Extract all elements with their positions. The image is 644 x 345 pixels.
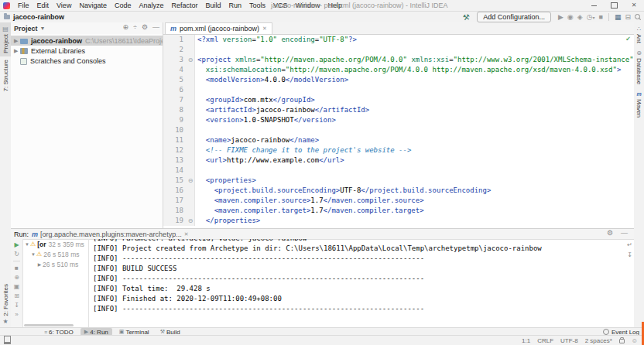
minimize-button[interactable] — [584, 0, 604, 11]
toolwindow-button-ant[interactable]: ∴Ant — [635, 22, 642, 46]
window-layout-icon[interactable]: ⊟ — [625, 13, 631, 21]
hide-panel-icon[interactable]: — — [152, 23, 159, 31]
add-configuration-button[interactable]: Add Configuration... — [477, 12, 551, 22]
line-number: 19 — [163, 216, 187, 226]
run-tree-node[interactable]: ▼⚠[or32 s 359 ms — [22, 239, 87, 249]
line-number: 16 — [163, 186, 187, 196]
project-structure-icon[interactable]: ▦ — [615, 13, 622, 21]
warning-icon: ⚠ — [36, 251, 42, 258]
code-line: 8 <artifactId>jacoco-rainbow</artifactId… — [163, 105, 634, 115]
code-line: 10 — [163, 125, 634, 135]
tree-item-scratches-and-consoles[interactable]: Scratches and Consoles — [11, 56, 163, 66]
run-icon[interactable]: ▶ — [558, 13, 564, 21]
status-items: 1:1CRLFUTF-82 spaces* — [515, 337, 612, 344]
code-editor-area[interactable]: 1<?xml version="1.0" encoding="UTF-8"?>2… — [163, 35, 634, 228]
intellij-window: FileEditViewNavigateCodeAnalyzeRefactorB… — [0, 0, 644, 345]
stop-button[interactable]: ■ — [15, 265, 19, 272]
tree-item-external-libraries[interactable]: ▶External Libraries — [11, 46, 163, 56]
horizontal-scrollbar[interactable] — [24, 324, 74, 326]
rerun-button[interactable]: ▶ — [14, 241, 19, 248]
run-tab-label: [org.apache.maven.plugins:maven-archetyp… — [40, 231, 182, 238]
chevron-right-icon[interactable]: ▶ — [36, 261, 43, 267]
maximize-button[interactable] — [604, 0, 624, 11]
hector-inspection-icon[interactable]: ☺ — [632, 337, 638, 344]
expand-all-button[interactable]: ⊞ — [14, 292, 19, 299]
gear-icon[interactable]: ⚙ — [607, 229, 613, 237]
code-line: 5 <modelVersion>4.0.0</modelVersion> — [163, 75, 634, 85]
toolwindow-button-2-favorites[interactable]: 2: Favorites★ — [2, 281, 9, 328]
project-panel-title[interactable]: Project — [14, 25, 38, 32]
run-tree-node[interactable]: ▼⚠26 s 518 ms — [22, 249, 87, 259]
menu-navigate[interactable]: Navigate — [75, 2, 111, 9]
chevron-down-icon[interactable]: ▼ — [30, 252, 36, 257]
more-options-icon[interactable]: » — [15, 311, 18, 318]
run-tree-node[interactable]: ▶26 s 510 ms — [22, 259, 87, 269]
gear-icon[interactable]: ⚙ — [142, 23, 148, 31]
coverage-icon[interactable]: ◈ — [577, 13, 583, 21]
status-bar-widgets: 1:1CRLFUTF-82 spaces* ☺ — [515, 337, 638, 344]
menu-view[interactable]: View — [53, 2, 75, 9]
stop-icon[interactable]: ■ — [599, 13, 603, 21]
toolwindow-toggle-icon[interactable] — [4, 336, 11, 345]
run-panel-label: Run: — [14, 231, 29, 238]
collapse-all-icon[interactable]: ÷ — [133, 23, 137, 31]
folder-icon: ▤ — [2, 26, 9, 32]
filter-button[interactable]: ⊕ — [14, 274, 19, 281]
close-icon[interactable]: ✕ — [262, 26, 267, 32]
chevron-down-icon[interactable]: ▼ — [24, 242, 30, 247]
search-everywhere-icon[interactable] — [635, 14, 641, 20]
navbar-project[interactable]: jacoco-rainbow — [13, 13, 64, 21]
menu-analyze[interactable]: Analyze — [135, 2, 167, 9]
window-title: jacoco-rainbow - pom.xml (jacoco-rainbow… — [271, 2, 448, 9]
editor-tab-pomxml[interactable]: m pom.xml (jacoco-rainbow) ✕ — [165, 22, 272, 34]
menu-tools[interactable]: Tools — [245, 2, 269, 9]
run-panel-toolbar: ▶ ↻ ■ ⊕ ▣ ⊞ ↧ » — [11, 239, 23, 328]
chevron-right-icon[interactable]: ▶ — [14, 38, 20, 44]
maven-icon: m — [170, 25, 176, 32]
status-item[interactable]: UTF-8 — [560, 337, 578, 344]
fold-marker-icon[interactable]: ⊖ — [187, 216, 195, 226]
window-controls: ✕ — [584, 0, 644, 11]
navigation-bar[interactable]: jacoco-rainbow — [4, 13, 64, 21]
fold-marker-icon[interactable]: ⊖ — [187, 55, 195, 65]
close-icon[interactable]: ✕ — [184, 231, 189, 237]
toolwindow-button-project[interactable]: ▤Project — [0, 22, 11, 56]
chevron-right-icon[interactable]: ▶ — [14, 48, 20, 54]
line-number: 10 — [163, 125, 187, 135]
tree-item-jacoco-rainbow[interactable]: ▶jacoco-rainbowC:\Users\18611\IdeaProjec… — [11, 36, 163, 46]
menu-refactor[interactable]: Refactor — [167, 2, 201, 9]
run-tab[interactable]: m [org.apache.maven.plugins:maven-archet… — [32, 231, 189, 238]
code-line: 18 <maven.compiler.target>1.7</maven.com… — [163, 206, 634, 216]
profiler-icon[interactable]: ◷▾ — [587, 13, 595, 22]
debug-icon[interactable]: ◉ — [567, 13, 574, 21]
status-item[interactable]: 1:1 — [522, 337, 530, 344]
menu-run[interactable]: Run — [225, 2, 246, 9]
inspections-ok-icon[interactable]: ✔ — [625, 36, 631, 43]
code-line: 12 <!-- FIXME change it to the project's… — [163, 145, 634, 155]
chevron-down-icon[interactable]: ▼ — [40, 26, 46, 31]
menu-code[interactable]: Code — [111, 2, 135, 9]
build-hammer-icon[interactable]: ⚒ — [463, 12, 471, 22]
menu-file[interactable]: File — [14, 2, 33, 9]
fold-marker-icon[interactable]: ⊖ — [187, 176, 195, 186]
resume-button[interactable]: ↻ — [14, 251, 19, 258]
project-panel-header: Project ▼ ⊕ ÷ ⚙ — — [11, 22, 163, 34]
locate-file-icon[interactable]: ⊕ — [122, 23, 128, 31]
scroll-to-end-icon[interactable]: ↧ — [627, 251, 632, 258]
menu-edit[interactable]: Edit — [33, 2, 53, 9]
snapshot-button[interactable]: ▣ — [14, 283, 20, 290]
left-toolwindow-bar: ▤Project7: Structure2: Favorites★ — [0, 22, 12, 328]
soft-wrap-icon[interactable]: ↵ — [627, 241, 632, 248]
run-console[interactable]: [INFO] Parameter: artifactId, Value: jac… — [88, 239, 623, 328]
toolwindow-button-7-structure[interactable]: 7: Structure — [2, 56, 9, 94]
hide-panel-icon[interactable]: — — [621, 229, 628, 237]
menu-build[interactable]: Build — [201, 2, 224, 9]
status-item[interactable]: 2 spaces* — [585, 337, 612, 344]
lock-icon[interactable] — [619, 339, 625, 343]
export-button[interactable]: ↧ — [14, 302, 19, 309]
toolwindow-button-maven[interactable]: mMaven — [635, 87, 642, 121]
event-log-icon — [603, 329, 609, 335]
toolwindow-button-database[interactable]: ⊜Database — [635, 46, 642, 87]
status-item[interactable]: CRLF — [537, 337, 553, 344]
close-button[interactable]: ✕ — [624, 0, 644, 11]
